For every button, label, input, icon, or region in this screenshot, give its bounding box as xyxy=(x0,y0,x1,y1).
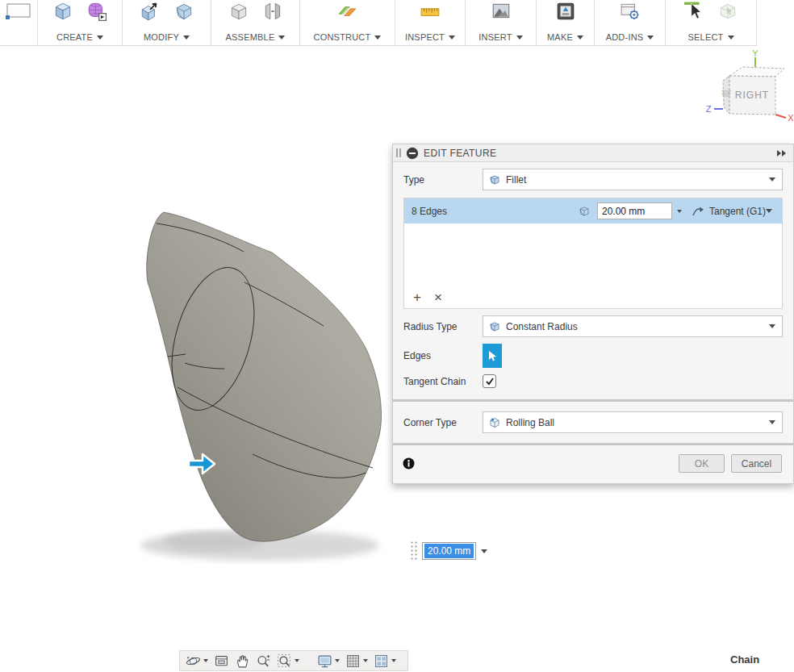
chevron-down-icon xyxy=(374,35,381,40)
rolling-ball-icon xyxy=(488,416,501,429)
toolbar-group-label: INSPECT xyxy=(405,32,445,42)
tangent-chain-label: Tangent Chain xyxy=(403,376,483,387)
type-select[interactable]: Fillet xyxy=(483,169,783,190)
type-label: Type xyxy=(403,174,483,186)
edges-label: Edges xyxy=(403,350,483,361)
dimension-dropdown-button[interactable] xyxy=(476,542,492,560)
dimension-input[interactable]: 20.00 mm xyxy=(422,542,476,560)
select-arrow-icon xyxy=(487,350,498,362)
window-select-icon[interactable] xyxy=(717,1,738,22)
model-viewport xyxy=(121,202,395,568)
chevron-down-icon xyxy=(647,35,654,40)
continuity-value: Tangent (G1) xyxy=(709,206,766,217)
chevron-down-icon xyxy=(295,659,299,662)
toolbar-group-insert: INSERT xyxy=(466,0,537,45)
radius-type-select[interactable]: Constant Radius xyxy=(483,315,783,337)
scripts-addins-icon[interactable] xyxy=(620,1,641,22)
chevron-down-icon xyxy=(769,177,775,182)
x-axis-line xyxy=(775,115,786,118)
select-cursor-icon[interactable] xyxy=(683,1,704,22)
edges-row: Edges xyxy=(403,344,783,368)
fit-icon xyxy=(277,653,292,669)
fillet-box-icon[interactable] xyxy=(173,1,194,22)
toolbar-group-construct: CONSTRUCT xyxy=(300,0,395,45)
chevron-down-icon xyxy=(391,659,396,662)
viewcube[interactable]: RIGHT FRONT Y Z X xyxy=(704,50,794,134)
toolbar-group-label: CREATE xyxy=(56,32,93,42)
viewcube-top-face[interactable] xyxy=(729,67,784,77)
toolbar-group-label: CONSTRUCT xyxy=(314,32,371,42)
display-settings-button[interactable] xyxy=(317,653,340,669)
toolbar-group-label: MAKE xyxy=(547,32,573,42)
toolbar-group-addins: ADD-INS xyxy=(595,0,666,45)
fillet-icon xyxy=(488,173,501,186)
radius-type-row: Radius Type Constant Radius xyxy=(403,315,783,337)
toolbar-group-sketch xyxy=(0,0,38,45)
joint-icon[interactable] xyxy=(262,1,283,22)
corner-type-select[interactable]: Rolling Ball xyxy=(483,411,783,433)
sketch-rectangle-icon[interactable] xyxy=(5,1,32,22)
dimension-manipulator-box: 20.00 mm xyxy=(410,540,492,562)
drag-grip-icon[interactable] xyxy=(396,148,401,157)
viewports-button[interactable] xyxy=(374,653,396,669)
radius-input[interactable] xyxy=(597,202,672,219)
look-at-icon xyxy=(214,653,229,669)
viewcube-front-label: RIGHT xyxy=(735,90,769,101)
chevron-down-icon xyxy=(203,659,208,662)
chain-hint-label: Chain xyxy=(730,653,759,666)
radius-dropdown-icon[interactable] xyxy=(677,210,682,213)
chevron-down-icon xyxy=(577,35,583,40)
toolbar-group-modify: MODIFY xyxy=(123,0,211,45)
expand-panel-icon[interactable] xyxy=(776,149,788,157)
zoom-button[interactable] xyxy=(256,653,271,669)
zoom-window-button[interactable] xyxy=(277,653,299,669)
tangent-chain-row: Tangent Chain xyxy=(403,374,783,388)
z-axis-label: Z xyxy=(706,104,712,114)
continuity-dropdown-icon[interactable] xyxy=(766,209,772,213)
edge-set-actions: + × xyxy=(404,286,782,308)
pan-hand-icon xyxy=(235,653,250,669)
chevron-down-icon xyxy=(481,549,487,553)
construction-plane-icon[interactable] xyxy=(337,1,358,22)
pan-button[interactable] xyxy=(235,653,250,669)
ok-button[interactable]: OK xyxy=(679,454,725,473)
new-component-icon[interactable] xyxy=(228,1,249,22)
tangent-chain-checkbox[interactable] xyxy=(483,374,496,388)
measure-icon[interactable] xyxy=(420,1,441,22)
toolbar-group-assemble: ASSEMBLE xyxy=(211,0,300,45)
dialog-footer: OK Cancel xyxy=(393,445,793,483)
insert-image-icon[interactable] xyxy=(491,1,512,22)
dimension-value-selected: 20.00 mm xyxy=(424,544,474,558)
orbit-button[interactable] xyxy=(186,653,208,669)
edit-feature-dialog: EDIT FEATURE Type Fillet 8 Edges xyxy=(392,144,794,484)
chevron-down-icon xyxy=(449,35,455,40)
type-row: Type Fillet xyxy=(403,169,783,190)
chevron-down-icon xyxy=(335,659,340,662)
top-toolbar: CREATE MODIFY xyxy=(0,0,757,46)
grid-settings-button[interactable] xyxy=(345,653,368,669)
viewports-icon xyxy=(374,653,389,669)
model-body[interactable] xyxy=(147,212,382,541)
constant-radius-icon xyxy=(488,320,501,333)
solid-box-icon[interactable] xyxy=(52,1,73,22)
print-3d-icon[interactable] xyxy=(555,1,576,22)
checkmark-icon xyxy=(485,377,495,386)
add-edge-set-button[interactable]: + xyxy=(413,290,421,304)
collapse-dialog-icon[interactable] xyxy=(406,147,419,160)
zoom-icon xyxy=(256,653,271,669)
form-sphere-icon[interactable] xyxy=(86,1,107,22)
cancel-button[interactable]: Cancel xyxy=(731,454,782,473)
toolbar-group-label: ADD-INS xyxy=(606,32,644,42)
chevron-down-icon xyxy=(97,35,103,40)
edges-selection-button[interactable] xyxy=(483,344,502,368)
press-pull-icon[interactable] xyxy=(140,1,161,22)
remove-edge-set-button[interactable]: × xyxy=(434,290,442,304)
edge-set-row-selected[interactable]: 8 Edges Tangent (G1) xyxy=(404,198,782,223)
toolbar-group-label: MODIFY xyxy=(144,32,179,42)
info-icon[interactable] xyxy=(403,457,415,470)
dimension-drag-grip[interactable] xyxy=(410,541,418,561)
look-at-button[interactable] xyxy=(214,653,229,669)
chevron-down-icon xyxy=(769,420,775,424)
y-axis-label: Y xyxy=(752,50,758,58)
radius-type-label: Radius Type xyxy=(403,321,483,332)
